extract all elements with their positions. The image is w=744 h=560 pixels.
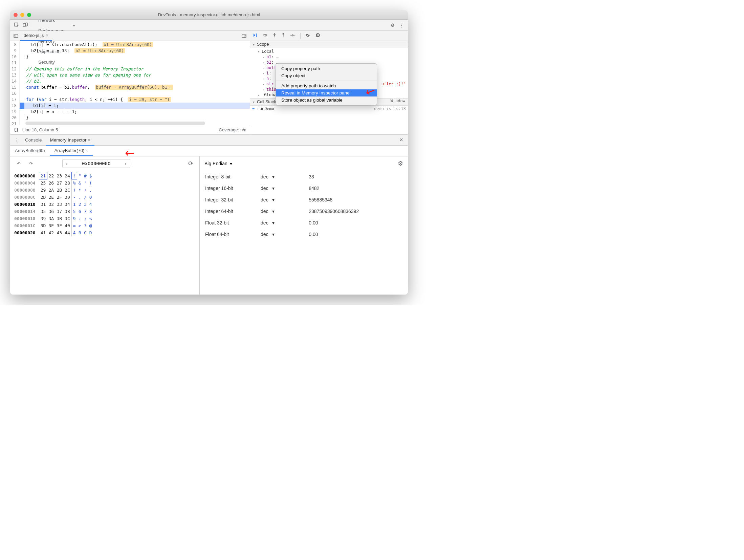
scope-global-value: Window	[391, 99, 405, 103]
value-mode-select[interactable]: dec ▾	[261, 171, 308, 182]
pause-on-exceptions-icon[interactable]	[315, 33, 320, 39]
top-tab-row: ElementsConsoleSourcesNetworkPerformance…	[10, 20, 408, 31]
svg-point-14	[294, 35, 296, 36]
value-cell: 555885348	[309, 194, 402, 205]
value-type-label: Float 64-bit	[205, 229, 260, 240]
refresh-icon[interactable]: ⟳	[186, 160, 195, 167]
undo-icon[interactable]: ↶	[14, 159, 23, 168]
coverage-status: Coverage: n/a	[219, 127, 246, 132]
svg-point-16	[316, 33, 320, 37]
value-mode-select[interactable]: dec ▾	[261, 217, 308, 228]
context-menu: Copy property pathCopy objectAdd propert…	[276, 63, 377, 105]
deactivate-breakpoints-icon[interactable]	[305, 33, 311, 38]
svg-rect-2	[26, 23, 28, 26]
close-tab-icon[interactable]: ×	[46, 33, 48, 38]
pretty-print-icon[interactable]: {}	[14, 127, 19, 132]
resume-icon[interactable]	[253, 33, 258, 39]
titlebar: DevTools - memory-inspector.glitch.me/de…	[10, 10, 408, 20]
hex-table[interactable]: 0000000021222324!"#$0000000425262728%&'(…	[13, 172, 93, 236]
value-cell: 8482	[309, 183, 402, 194]
callstack-frame[interactable]: runDemo	[257, 106, 274, 111]
value-mode-select[interactable]: dec ▾	[261, 206, 308, 217]
window-title: DevTools - memory-inspector.glitch.me/de…	[10, 12, 408, 17]
drawer-tab-console[interactable]: Console	[21, 135, 46, 145]
scope-str-value: uffer :)!"	[381, 82, 406, 86]
drawer-tab-row: ⋮ ConsoleMemory Inspector × ×	[10, 135, 408, 146]
context-menu-item[interactable]: Copy object	[276, 72, 377, 79]
svg-rect-17	[317, 34, 318, 36]
value-mode-select[interactable]: dec ▾	[261, 229, 308, 240]
value-cell: 0.00	[309, 217, 402, 228]
editor-status-bar: {} Line 18, Column 5 Coverage: n/a	[10, 125, 250, 134]
kebab-menu-icon[interactable]: ⋮	[397, 21, 406, 29]
value-settings-gear-icon[interactable]: ⚙	[398, 160, 403, 167]
endianness-select[interactable]: Big Endian ▾	[204, 161, 233, 166]
address-next-icon[interactable]: ›	[122, 160, 130, 168]
drawer-close-icon[interactable]: ×	[397, 136, 406, 144]
svg-point-10	[274, 37, 275, 38]
value-mode-select[interactable]: dec ▾	[261, 183, 308, 194]
debugger-sidebar: Scope Local b1: …b2: …buffi: n: strthis …	[250, 31, 408, 134]
value-type-label: Integer 16-bit	[205, 183, 260, 194]
drawer-tab-memory-inspector[interactable]: Memory Inspector ×	[46, 135, 95, 146]
context-menu-item[interactable]: Copy property path	[276, 65, 377, 72]
device-toolbar-icon[interactable]	[21, 21, 30, 29]
context-menu-item[interactable]: Reveal in Memory Inspector panel	[276, 89, 377, 96]
inspect-element-icon[interactable]	[12, 21, 21, 29]
value-mode-select[interactable]: dec ▾	[261, 194, 308, 205]
run-snippet-icon[interactable]	[240, 31, 248, 40]
svg-point-8	[265, 36, 266, 37]
value-cell: 0.00	[309, 229, 402, 240]
context-menu-item[interactable]: Store object as global variable	[276, 96, 377, 104]
context-menu-item[interactable]: Add property path to watch	[276, 82, 377, 89]
scope-variable[interactable]: b1: …	[252, 54, 406, 60]
redo-icon[interactable]: ↷	[26, 159, 35, 168]
value-type-label: Integer 64-bit	[205, 206, 260, 217]
value-type-label: Float 32-bit	[205, 217, 260, 228]
address-input[interactable]	[71, 159, 122, 168]
close-tab-icon[interactable]: ×	[88, 137, 90, 143]
value-type-label: Integer 8-bit	[205, 171, 260, 182]
value-cell: 2387509390608836392	[309, 206, 402, 217]
step-out-icon[interactable]	[281, 33, 285, 39]
address-prev-icon[interactable]: ‹	[63, 160, 71, 168]
devtools-window: DevTools - memory-inspector.glitch.me/de…	[10, 10, 408, 295]
step-into-icon[interactable]	[272, 33, 277, 39]
scope-section-header[interactable]: Scope	[250, 41, 408, 48]
address-input-group: ‹ ›	[62, 159, 130, 168]
memory-inspector-value-panel: Big Endian ▾ ⚙ Integer 8-bitdec ▾33Integ…	[200, 156, 408, 295]
value-type-label: Integer 32-bit	[205, 194, 260, 205]
debug-toolbar	[250, 31, 408, 41]
scope-local-header[interactable]: Local	[252, 49, 406, 54]
file-tab-label: demo-js.js	[24, 33, 44, 38]
memory-inspector-hex-panel: ↶ ↷ ‹ › ⟳ 0000000021222324!"#$0000000425…	[10, 156, 200, 295]
callstack-frame-location: demo-is is:18	[374, 106, 406, 111]
step-icon[interactable]	[290, 33, 296, 38]
sources-editor: demo-js.js × 89101112131415161718192021 …	[10, 31, 250, 134]
svg-rect-18	[318, 34, 319, 36]
navigator-toggle-icon[interactable]	[12, 31, 20, 40]
memory-inspector-subtabs: ArrayBuffer(60)ArrayBuffer(70) × ↙	[10, 146, 408, 156]
tabs-overflow-icon[interactable]: »	[68, 20, 79, 30]
cursor-position: Line 18, Column 5	[22, 127, 58, 132]
svg-point-12	[283, 37, 284, 38]
drawer-kebab-icon[interactable]: ⋮	[12, 136, 21, 145]
svg-rect-7	[256, 34, 257, 37]
horizontal-scrollbar[interactable]	[25, 122, 205, 125]
file-tab-demo-js[interactable]: demo-js.js ×	[20, 31, 52, 41]
value-cell: 33	[309, 171, 402, 182]
memory-tab[interactable]: ArrayBuffer(60)	[10, 146, 50, 156]
close-tab-icon[interactable]: ×	[86, 148, 88, 153]
settings-gear-icon[interactable]: ⚙	[388, 21, 397, 29]
step-over-icon[interactable]	[262, 33, 268, 38]
memory-tab[interactable]: ArrayBuffer(70) ×	[50, 146, 93, 156]
